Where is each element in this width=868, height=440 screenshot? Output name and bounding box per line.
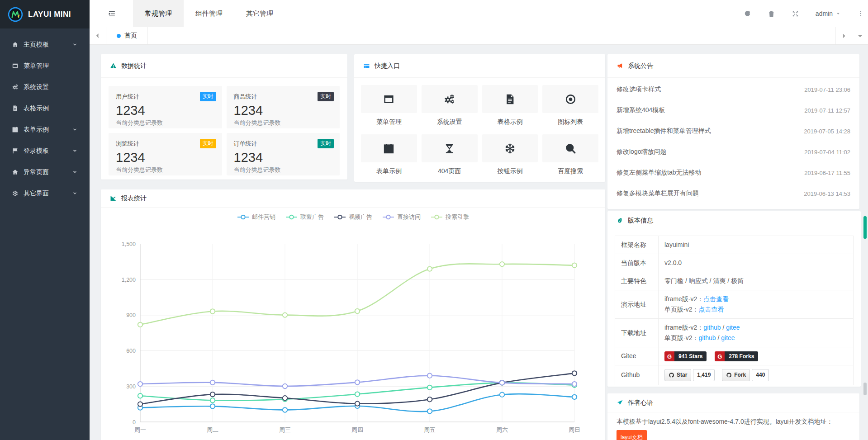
chart-line-icon <box>110 195 117 202</box>
announcement-item[interactable]: 修复左侧菜单缩放tab无法移动 2019-06-17 11:55 <box>607 162 859 183</box>
tab-bar-spacer <box>148 27 835 44</box>
shortcut-item[interactable]: 图标列表 <box>542 85 598 126</box>
gitee-stars-badge[interactable]: G941 Stars <box>664 351 707 361</box>
legend-item[interactable]: 联盟广告 <box>285 213 324 221</box>
svg-text:1,200: 1,200 <box>122 277 136 283</box>
snowflake-icon <box>504 142 516 155</box>
menu-toggle-icon[interactable] <box>102 0 121 27</box>
shortcut-item[interactable]: 表单示例 <box>361 134 417 175</box>
chart-legend: 邮件营销联盟广告视频广告直接访问搜索引擎 <box>101 208 605 227</box>
sidebar-menu: 主页模板 菜单管理 系统设置 表格示例 表单示例 登录模板 <box>0 28 90 204</box>
sidebar-item[interactable]: 主页模板 <box>0 34 90 55</box>
header-nav-tab[interactable]: 常规管理 <box>133 0 184 27</box>
gitee-forks-badge[interactable]: G278 Forks <box>715 351 758 361</box>
file-icon <box>504 93 516 105</box>
demo-iframe-link[interactable]: 点击查看 <box>703 295 729 303</box>
tab-scroll-left-icon[interactable] <box>90 27 106 44</box>
page-tab-bar: 首页 <box>90 27 868 45</box>
sidebar-item[interactable]: 表格示例 <box>0 98 90 119</box>
shortcut-label: 图标列表 <box>542 118 598 126</box>
fullscreen-icon[interactable] <box>792 10 799 18</box>
header-nav-tab[interactable]: 组件管理 <box>184 0 234 27</box>
sidebar-item[interactable]: 其它界面 <box>0 183 90 204</box>
stat-card: 商品统计 实时 1234 当前分类总记录数 <box>227 86 340 128</box>
sidebar-item[interactable]: 系统设置 <box>0 76 90 98</box>
header-nav-tabs: 常规管理组件管理其它管理 <box>133 0 285 27</box>
app-logo[interactable]: LAYUI MINI <box>0 0 90 28</box>
download-gitee-link[interactable]: gitee <box>726 324 740 331</box>
shortcut-label: 菜单管理 <box>361 118 417 126</box>
shortcuts-panel: 快捷入口 菜单管理 系统设置 表格示例 图标列表 表单示例 <box>354 54 605 182</box>
table-row: Gitee G941 Stars G278 Forks <box>615 347 854 365</box>
announcement-text: 修改选项卡样式 <box>617 85 661 94</box>
announcement-item[interactable]: 修改选项卡样式 2019-07-11 23:06 <box>607 79 859 100</box>
shortcut-item[interactable]: 404页面 <box>422 134 478 175</box>
window-icon <box>12 62 19 69</box>
demo-onepage-link[interactable]: 点击查看 <box>698 306 724 313</box>
github-fork-button[interactable]: Fork <box>722 369 750 381</box>
report-panel-title: 报表统计 <box>121 194 147 203</box>
announcement-item[interactable]: 新增系统404模板 2019-07-11 12:57 <box>607 100 859 121</box>
author-panel-title: 作者心语 <box>628 399 653 407</box>
download-github-link[interactable]: github <box>698 334 716 341</box>
shortcut-item[interactable]: 系统设置 <box>422 85 478 126</box>
shortcut-label: 404页面 <box>422 167 478 175</box>
shortcut-item[interactable]: 按钮示例 <box>482 134 538 175</box>
author-text: 本模板基于layui2.5.4以及font-awesome-4.7.0进行实现。… <box>617 416 850 427</box>
stat-card: 用户统计 实时 1234 当前分类总记录数 <box>109 86 222 128</box>
github-star-button[interactable]: Star <box>664 369 691 381</box>
shortcut-item[interactable]: 菜单管理 <box>361 85 417 126</box>
status-badge: 实时 <box>318 139 334 148</box>
scrollbar-thumb[interactable] <box>863 216 867 239</box>
tab-home[interactable]: 首页 <box>106 27 148 44</box>
sidebar-item[interactable]: 表单示例 <box>0 119 90 140</box>
stat-card: 订单统计 实时 1234 当前分类总记录数 <box>227 133 340 175</box>
shortcut-item[interactable]: 百度搜索 <box>542 134 598 175</box>
chevron-down-icon <box>72 42 77 47</box>
legend-item[interactable]: 直接访问 <box>382 213 421 221</box>
tab-operations-icon[interactable] <box>852 27 868 44</box>
scrollbar-track-segment[interactable] <box>863 383 867 395</box>
author-panel: 作者心语 本模板基于layui2.5.4以及font-awesome-4.7.0… <box>607 393 859 440</box>
header-nav-tab[interactable]: 其它管理 <box>234 0 285 27</box>
svg-text:900: 900 <box>126 312 136 318</box>
announcement-item[interactable]: 修复多模块菜单栏展开有问题 2019-06-13 14:53 <box>607 183 859 204</box>
calendar-icon <box>383 142 395 155</box>
sidebar-item[interactable]: 异常页面 <box>0 161 90 183</box>
announcement-item[interactable]: 新增treetable插件和菜单管理样式 2019-07-05 14:28 <box>607 121 859 142</box>
svg-text:周四: 周四 <box>351 426 363 433</box>
legend-item[interactable]: 视频广告 <box>334 213 372 221</box>
more-menu-icon[interactable] <box>857 10 864 17</box>
stat-desc: 当前分类总记录数 <box>234 119 333 127</box>
shortcut-item[interactable]: 表格示例 <box>482 85 538 126</box>
shortcut-label: 表格示例 <box>482 118 538 126</box>
stats-panel-title: 数据统计 <box>121 62 147 70</box>
tab-scroll-right-icon[interactable] <box>835 27 852 44</box>
announcement-item[interactable]: 修改logo缩放问题 2019-07-04 11:02 <box>607 142 859 162</box>
download-gitee-link[interactable]: gitee <box>721 334 735 341</box>
stat-desc: 当前分类总记录数 <box>116 119 215 127</box>
stats-panel: 数据统计 用户统计 实时 1234 当前分类总记录数 商品统计 实时 1234 … <box>101 54 347 180</box>
announcement-date: 2019-07-11 23:06 <box>804 86 850 93</box>
table-row: Github Star 1,419 Fork 440 <box>615 365 854 385</box>
announcement-list: 修改选项卡样式 2019-07-11 23:06 新增系统404模板 2019-… <box>607 78 859 204</box>
credit-card-icon <box>363 62 370 69</box>
user-menu[interactable]: admin <box>816 10 841 17</box>
clear-cache-icon[interactable] <box>768 10 775 18</box>
flag-icon <box>12 147 19 154</box>
sidebar-item[interactable]: 登录模板 <box>0 140 90 161</box>
download-github-link[interactable]: github <box>703 324 721 331</box>
svg-text:1,500: 1,500 <box>122 241 136 247</box>
legend-item[interactable]: 邮件营销 <box>237 213 275 221</box>
github-star-count[interactable]: 1,419 <box>693 369 715 381</box>
stat-value: 1234 <box>234 150 333 165</box>
refresh-icon[interactable] <box>744 10 751 18</box>
sidebar-item[interactable]: 菜单管理 <box>0 55 90 76</box>
github-octocat-icon <box>669 372 674 378</box>
github-fork-count[interactable]: 440 <box>752 369 769 381</box>
stat-value: 1234 <box>116 150 215 165</box>
hourglass-icon <box>443 142 455 155</box>
layui-doc-button[interactable]: layui文档 <box>617 430 647 440</box>
legend-item[interactable]: 搜索引擎 <box>431 213 469 221</box>
announcement-text: 新增treetable插件和菜单管理样式 <box>617 127 711 135</box>
